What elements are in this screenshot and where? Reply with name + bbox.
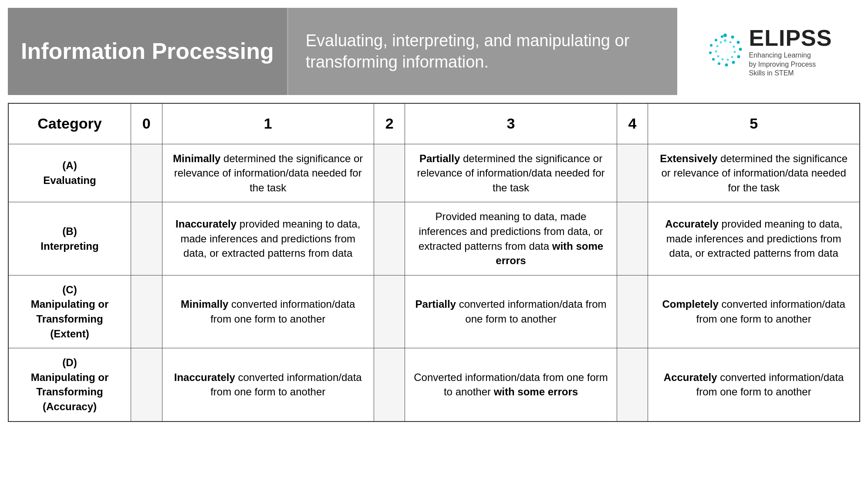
table-row: (A)EvaluatingMinimally determined the si…: [8, 144, 860, 202]
svg-point-9: [709, 51, 712, 54]
table-cell: Converted information/data from one form…: [405, 348, 617, 422]
logo-text-block: ELIPSS Enhancing Learning by Improving P…: [749, 25, 832, 78]
col-header-category: Category: [8, 103, 131, 144]
svg-point-5: [732, 61, 735, 64]
svg-point-16: [733, 51, 736, 53]
svg-point-7: [718, 62, 720, 65]
col-header-1: 1: [162, 103, 374, 144]
table-cell: Completely converted information/data fr…: [648, 275, 860, 348]
elipss-dots-icon: [706, 32, 745, 71]
svg-point-22: [716, 45, 718, 47]
col-2-cell: [374, 202, 405, 275]
col-header-4: 4: [617, 103, 648, 144]
svg-point-18: [726, 58, 729, 61]
category-cell: (C)Manipulating or Transforming(Extent): [8, 275, 131, 348]
svg-point-12: [721, 35, 723, 38]
table-cell: Provided meaning to data, made inference…: [405, 202, 617, 275]
table-cell: Inaccurately converted information/data …: [162, 348, 374, 422]
col-4-cell: [617, 144, 648, 202]
table-header-row: Category 0 1 2 3 4 5: [8, 103, 860, 144]
col-0-cell: [131, 144, 162, 202]
col-0-cell: [131, 202, 162, 275]
col-header-0: 0: [131, 103, 162, 144]
category-cell: (D)Manipulating or Transforming(Accuracy…: [8, 348, 131, 422]
table-row: (D)Manipulating or Transforming(Accuracy…: [8, 348, 860, 422]
svg-point-3: [739, 48, 742, 51]
svg-point-15: [733, 45, 735, 48]
svg-point-14: [729, 41, 731, 43]
col-2-cell: [374, 348, 405, 422]
logo-tagline: Enhancing Learning by Improving Process …: [749, 51, 819, 78]
svg-point-8: [712, 58, 715, 61]
col-4-cell: [617, 348, 648, 422]
col-0-cell: [131, 348, 162, 422]
page-wrapper: Information Processing Evaluating, inter…: [0, 0, 868, 493]
header-title: Information Processing: [8, 8, 288, 95]
logo-container: ELIPSS Enhancing Learning by Improving P…: [706, 25, 832, 78]
svg-point-21: [715, 50, 717, 52]
col-header-3: 3: [405, 103, 617, 144]
svg-point-10: [710, 44, 713, 47]
table-cell: Accurately converted information/data fr…: [648, 348, 860, 422]
col-4-cell: [617, 275, 648, 348]
svg-point-19: [721, 58, 723, 60]
table-cell: Partially converted information/data fro…: [405, 275, 617, 348]
table-cell: Inaccurately provided meaning to data, m…: [162, 202, 374, 275]
svg-point-0: [723, 34, 727, 37]
col-header-2: 2: [374, 103, 405, 144]
col-header-5: 5: [648, 103, 860, 144]
category-cell: (B)Interpreting: [8, 202, 131, 275]
svg-point-6: [725, 63, 728, 66]
table-row: (B)InterpretingInaccurately provided mea…: [8, 202, 860, 275]
col-4-cell: [617, 202, 648, 275]
col-0-cell: [131, 275, 162, 348]
col-2-cell: [374, 275, 405, 348]
svg-point-17: [731, 56, 733, 58]
logo-name: ELIPSS: [749, 25, 832, 51]
svg-point-23: [719, 41, 722, 43]
main-table: Category 0 1 2 3 4 5 (A)EvaluatingMinima…: [8, 103, 860, 422]
table-row: (C)Manipulating or Transforming(Extent)M…: [8, 275, 860, 348]
svg-point-11: [715, 39, 717, 41]
header: Information Processing Evaluating, inter…: [8, 8, 860, 95]
svg-point-13: [724, 39, 726, 42]
table-cell: Minimally determined the significance or…: [162, 144, 374, 202]
header-logo-box: ELIPSS Enhancing Learning by Improving P…: [677, 8, 860, 95]
table-cell: Minimally converted information/data fro…: [162, 275, 374, 348]
header-description: Evaluating, interpreting, and manipulati…: [288, 8, 677, 95]
svg-point-20: [717, 55, 719, 57]
col-2-cell: [374, 144, 405, 202]
svg-point-2: [736, 41, 740, 44]
svg-point-1: [731, 35, 734, 38]
svg-point-4: [737, 55, 740, 58]
category-cell: (A)Evaluating: [8, 144, 131, 202]
table-cell: Partially determined the significance or…: [405, 144, 617, 202]
table-cell: Accurately provided meaning to data, mad…: [648, 202, 860, 275]
table-cell: Extensively determined the significance …: [648, 144, 860, 202]
